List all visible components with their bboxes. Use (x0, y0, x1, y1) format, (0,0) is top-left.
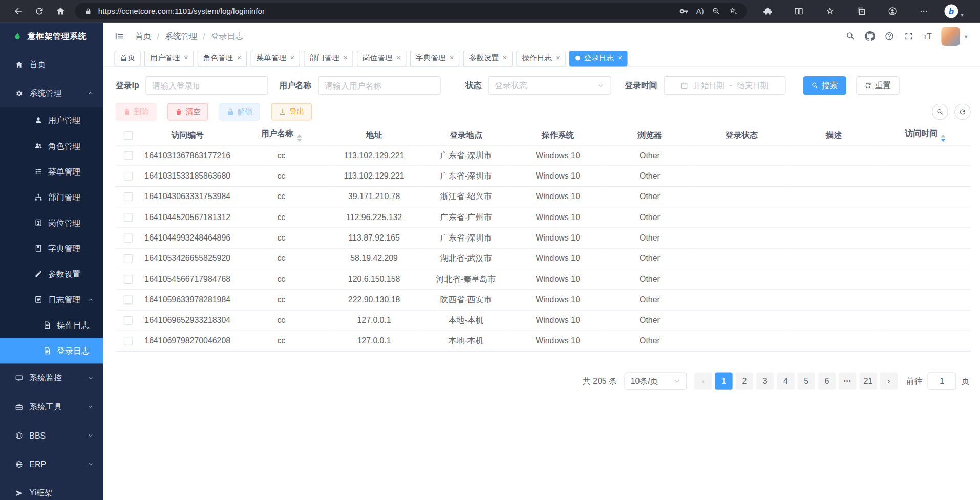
close-icon[interactable]: × (396, 54, 401, 62)
github-icon[interactable] (865, 31, 876, 41)
more-pages-button[interactable]: ••• (839, 372, 856, 389)
login-time-range-picker[interactable]: 开始日期 - 结束日期 (664, 76, 785, 95)
page-size-select[interactable]: 10条/页 (624, 372, 687, 389)
menu-fold-icon[interactable] (112, 29, 127, 44)
sidebar-item-dictionary-management[interactable]: 字典管理 (0, 235, 103, 261)
close-icon[interactable]: × (290, 54, 294, 62)
row-checkbox[interactable] (124, 316, 133, 325)
tab-login-log[interactable]: 登录日志× (569, 50, 628, 66)
refresh-table-icon[interactable] (954, 104, 971, 120)
goto-page-input[interactable] (928, 372, 956, 389)
sidebar-item-parameter-settings[interactable]: 参数设置 (0, 261, 103, 287)
show-search-toggle-icon[interactable] (932, 104, 948, 120)
user-avatar[interactable] (941, 27, 960, 46)
reset-button[interactable]: 重置 (856, 76, 899, 95)
sidebar-item-operation-log[interactable]: 操作日志 (0, 312, 103, 338)
row-checkbox[interactable] (124, 151, 133, 160)
search-icon[interactable] (846, 31, 856, 41)
row-checkbox[interactable] (124, 192, 133, 201)
user-name-input[interactable] (318, 76, 440, 95)
close-icon[interactable]: × (237, 54, 242, 62)
clear-button[interactable]: 清空 (167, 103, 208, 120)
tab-menu-management[interactable]: 菜单管理× (251, 50, 300, 66)
browser-home-button[interactable] (50, 3, 72, 20)
sidebar-item-erp[interactable]: ERP (0, 450, 103, 479)
site-info-lock-icon[interactable] (82, 5, 94, 18)
sidebar-item-role-management[interactable]: 角色管理 (0, 133, 103, 159)
font-size-icon[interactable]: тT (923, 32, 932, 41)
extensions-icon[interactable] (757, 3, 778, 20)
avatar-caret-icon[interactable]: ▾ (965, 33, 968, 39)
page-button-21[interactable]: 21 (859, 372, 877, 389)
sort-user-name-icon[interactable] (296, 135, 302, 142)
favorites-icon[interactable] (819, 3, 841, 20)
tab-parameter-settings[interactable]: 参数设置× (463, 50, 513, 66)
bing-dropdown-caret-icon[interactable]: ▾ (961, 12, 964, 18)
close-icon[interactable]: × (343, 54, 348, 62)
row-checkbox[interactable] (124, 296, 133, 305)
tab-role-management[interactable]: 角色管理× (198, 50, 247, 66)
close-icon[interactable]: × (450, 54, 454, 62)
sidebar-item-user-management[interactable]: 用户管理 (0, 107, 103, 133)
tab-post-management[interactable]: 岗位管理× (357, 50, 406, 66)
add-favorite-icon[interactable] (727, 5, 739, 18)
sidebar-item-menu-management[interactable]: 菜单管理 (0, 159, 103, 184)
close-icon[interactable]: × (556, 54, 560, 62)
sidebar-item-post-management[interactable]: 岗位管理 (0, 210, 103, 235)
page-button-6[interactable]: 6 (818, 372, 836, 389)
page-button-5[interactable]: 5 (798, 372, 815, 389)
split-screen-icon[interactable] (788, 3, 809, 20)
sidebar-item-bbs[interactable]: BBS (0, 421, 103, 450)
sidebar-item-login-log[interactable]: 登录日志 (0, 338, 103, 363)
page-button-3[interactable]: 3 (756, 372, 774, 389)
page-button-2[interactable]: 2 (736, 372, 753, 389)
prev-page-button[interactable]: ‹ (694, 372, 712, 389)
tab-home[interactable]: 首页 (114, 50, 140, 66)
page-button-4[interactable]: 4 (777, 372, 794, 389)
row-checkbox[interactable] (124, 337, 133, 345)
row-checkbox[interactable] (124, 172, 133, 181)
password-key-icon[interactable] (677, 5, 690, 18)
search-button[interactable]: 搜索 (803, 76, 846, 95)
breadcrumb-system-management[interactable]: 系统管理 (165, 31, 197, 42)
sidebar-item-log-management[interactable]: 日志管理 (0, 287, 103, 312)
sidebar-item-system-management[interactable]: 系统管理 (0, 79, 103, 107)
login-ip-input[interactable] (145, 76, 268, 95)
page-button-1[interactable]: 1 (715, 372, 732, 389)
sidebar-item-system-monitoring[interactable]: 系统监控 (0, 363, 103, 392)
sidebar-item-yi-framework[interactable]: Yi框架 (0, 479, 103, 500)
unlock-button[interactable]: 解锁 (219, 103, 260, 120)
sidebar-item-home[interactable]: 首页 (0, 50, 103, 79)
tab-operation-log[interactable]: 操作日志× (516, 50, 565, 66)
close-icon[interactable]: × (503, 54, 507, 62)
browser-menu-icon[interactable] (913, 3, 934, 20)
browser-back-button[interactable] (8, 3, 29, 20)
select-all-checkbox[interactable] (124, 131, 133, 140)
row-checkbox[interactable] (124, 234, 133, 243)
sidebar-item-system-tools[interactable]: 系统工具 (0, 393, 103, 421)
zoom-out-icon[interactable] (710, 5, 722, 18)
sort-access-time-icon[interactable] (941, 135, 946, 142)
close-icon[interactable]: × (184, 54, 188, 62)
status-select[interactable]: 登录状态 (488, 76, 611, 95)
row-checkbox[interactable] (124, 275, 133, 284)
tab-user-management[interactable]: 用户管理× (144, 50, 194, 66)
fullscreen-icon[interactable] (904, 31, 914, 41)
export-button[interactable]: 导出 (271, 103, 312, 120)
row-checkbox[interactable] (124, 213, 133, 222)
read-aloud-icon[interactable]: A) (694, 5, 706, 18)
collections-icon[interactable] (850, 3, 872, 20)
browser-refresh-button[interactable] (29, 3, 50, 20)
close-icon[interactable]: × (617, 54, 622, 62)
delete-button[interactable]: 删除 (116, 103, 156, 120)
address-bar[interactable]: https://ccnetcore.com:1101/system/log/lo… (75, 3, 747, 19)
next-page-button[interactable]: › (880, 372, 898, 389)
row-checkbox[interactable] (124, 254, 133, 263)
browser-profile-icon[interactable] (882, 3, 903, 20)
url-text[interactable]: https://ccnetcore.com:1101/system/log/lo… (98, 7, 673, 15)
tab-dictionary-management[interactable]: 字典管理× (410, 50, 459, 66)
help-icon[interactable] (884, 31, 894, 41)
bing-icon[interactable]: b (944, 5, 958, 18)
sidebar-item-department-management[interactable]: 部门管理 (0, 184, 103, 210)
breadcrumb-home[interactable]: 首页 (135, 31, 152, 42)
